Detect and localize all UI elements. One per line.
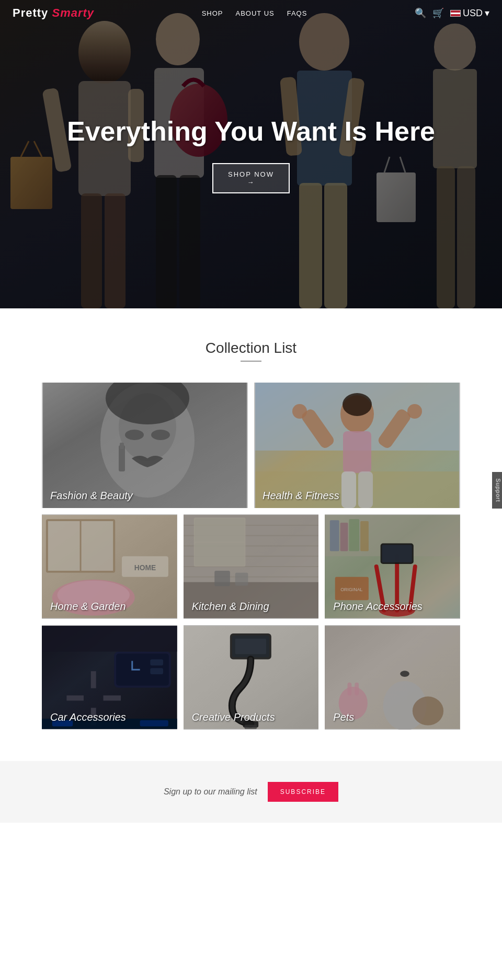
support-tab[interactable]: Support — [492, 472, 502, 509]
currency-label: USD — [463, 8, 483, 19]
cart-icon[interactable]: 🛒 — [432, 7, 444, 19]
shop-now-button[interactable]: SHOP NOW → — [212, 163, 290, 193]
collection-item-creative[interactable]: Creative Products — [184, 625, 319, 730]
creative-label: Creative Products — [184, 705, 319, 730]
flag-icon — [450, 10, 461, 17]
home-label: Home & Garden — [42, 594, 177, 619]
title-divider — [241, 361, 261, 362]
subscribe-text: Sign up to our mailing list — [164, 787, 257, 797]
nav-about[interactable]: ABOUT US — [236, 9, 275, 17]
subscribe-button[interactable]: SUBSCRIBE — [268, 782, 338, 802]
collection-grid: Fashion & Beauty — [42, 383, 460, 730]
collection-row-2: HOME Home & Garden — [42, 514, 460, 619]
collection-item-health[interactable]: Health & Fitness — [254, 383, 460, 508]
collection-row-3: Car Accessories — [42, 625, 460, 730]
pets-label: Pets — [325, 705, 460, 730]
collection-item-kitchen[interactable]: Kitchen & Dining — [184, 514, 319, 619]
shop-now-label: SHOP NOW — [228, 170, 274, 178]
collection-item-car[interactable]: Car Accessories — [42, 625, 177, 730]
kitchen-label: Kitchen & Dining — [184, 594, 319, 619]
car-label: Car Accessories — [42, 705, 177, 730]
collection-title: Collection List — [42, 340, 460, 356]
nav-faqs[interactable]: FAQS — [287, 9, 307, 17]
collection-item-home[interactable]: HOME Home & Garden — [42, 514, 177, 619]
nav-icons: 🔍 🛒 USD ▾ — [415, 7, 489, 19]
search-icon[interactable]: 🔍 — [415, 7, 426, 19]
collection-item-pets[interactable]: Pets — [325, 625, 460, 730]
logo-smarty: Smarty — [52, 6, 94, 19]
chevron-down-icon: ▾ — [485, 7, 489, 19]
hero-title: Everything You Want Is Here — [67, 115, 435, 147]
navbar: Pretty Smarty SHOP ABOUT US FAQS 🔍 🛒 USD… — [0, 0, 502, 26]
site-logo[interactable]: Pretty Smarty — [13, 6, 94, 20]
phone-label: Phone Accessories — [325, 594, 460, 619]
hero-content: Everything You Want Is Here SHOP NOW → — [0, 0, 502, 308]
collection-item-phone[interactable]: ORIGINAL Phone Accessories — [325, 514, 460, 619]
currency-selector[interactable]: USD ▾ — [450, 7, 489, 19]
health-label: Health & Fitness — [254, 483, 460, 508]
support-label: Support — [495, 478, 501, 502]
logo-pretty: Pretty — [13, 6, 48, 19]
nav-links: SHOP ABOUT US FAQS — [202, 9, 307, 17]
fashion-label: Fashion & Beauty — [42, 483, 248, 508]
collection-item-fashion[interactable]: Fashion & Beauty — [42, 383, 248, 508]
collection-section: Collection List — [0, 308, 502, 761]
nav-shop[interactable]: SHOP — [202, 9, 223, 17]
shop-now-arrow: → — [247, 178, 255, 186]
footer-subscribe: Sign up to our mailing list SUBSCRIBE — [0, 761, 502, 823]
hero-section: Everything You Want Is Here SHOP NOW → — [0, 0, 502, 308]
collection-row-1: Fashion & Beauty — [42, 383, 460, 508]
